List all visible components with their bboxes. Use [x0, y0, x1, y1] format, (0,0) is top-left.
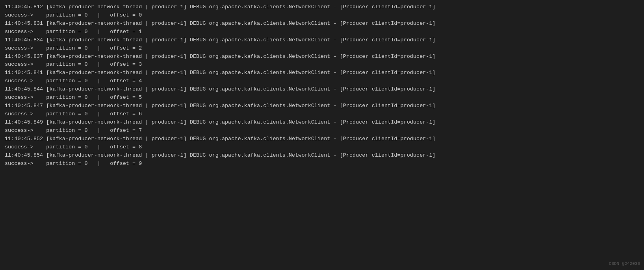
log-line: 11:40:45.854 [kafka-producer-network-thr… [5, 152, 639, 160]
success-line: success-> partition = 0 | offset = 5 [5, 94, 639, 102]
log-line: 11:40:45.834 [kafka-producer-network-thr… [5, 36, 639, 44]
log-container: 11:40:45.812 [kafka-producer-network-thr… [5, 3, 639, 168]
log-line: 11:40:45.841 [kafka-producer-network-thr… [5, 69, 639, 77]
success-line: success-> partition = 0 | offset = 3 [5, 61, 639, 69]
log-line: 11:40:45.847 [kafka-producer-network-thr… [5, 102, 639, 110]
log-line: 11:40:45.852 [kafka-producer-network-thr… [5, 135, 639, 143]
success-line: success-> partition = 0 | offset = 6 [5, 110, 639, 118]
log-line: 11:40:45.812 [kafka-producer-network-thr… [5, 3, 639, 11]
success-line: success-> partition = 0 | offset = 2 [5, 44, 639, 53]
log-line: 11:40:45.837 [kafka-producer-network-thr… [5, 53, 639, 61]
success-line: success-> partition = 0 | offset = 0 [5, 11, 639, 20]
log-line: 11:40:45.844 [kafka-producer-network-thr… [5, 85, 639, 94]
log-line: 11:40:45.849 [kafka-producer-network-thr… [5, 118, 639, 127]
success-line: success-> partition = 0 | offset = 1 [5, 28, 639, 36]
success-line: success-> partition = 0 | offset = 8 [5, 143, 639, 152]
log-line: 11:40:45.831 [kafka-producer-network-thr… [5, 20, 639, 28]
success-line: success-> partition = 0 | offset = 4 [5, 77, 639, 85]
success-line: success-> partition = 0 | offset = 9 [5, 160, 639, 168]
watermark: CSDN @242030 [609, 261, 640, 268]
success-line: success-> partition = 0 | offset = 7 [5, 127, 639, 135]
